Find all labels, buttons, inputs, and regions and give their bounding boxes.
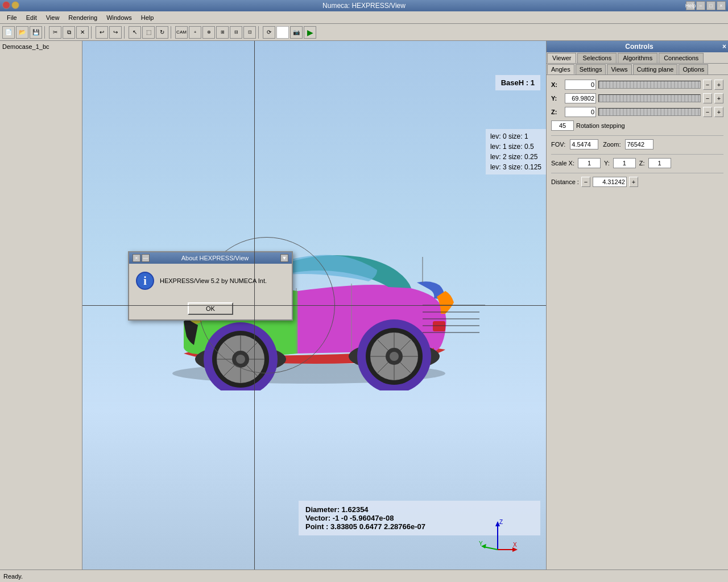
zoom-input[interactable] [625, 139, 653, 149]
tab-angles[interactable]: Angles [547, 64, 574, 74]
menu-rendering[interactable]: Rendering [64, 13, 102, 22]
new-btn[interactable]: 📄 [2, 26, 15, 39]
maximize-btn[interactable]: □ [706, 1, 715, 10]
scale-z-label: Z: [639, 160, 645, 167]
viewport[interactable]: BaseH : 1 lev: 0 size: 1 lev: 1 size: 0.… [82, 41, 546, 569]
cam4-btn[interactable]: ⊞ [216, 26, 229, 39]
x-input[interactable] [565, 80, 596, 90]
axes-svg: Z X Y [478, 518, 518, 558]
undo-btn[interactable]: ↩ [96, 26, 108, 39]
help-menu[interactable]: Help [686, 1, 695, 10]
tab-cutting-plane[interactable]: Cutting plane [633, 64, 678, 74]
fov-row: FOV: Zoom: [551, 139, 723, 149]
fov-label: FOV: [551, 141, 565, 148]
z-slider[interactable] [598, 108, 701, 116]
rotate-btn[interactable]: ↻ [156, 26, 168, 39]
tab-settings[interactable]: Settings [576, 64, 606, 74]
distance-plus[interactable]: + [629, 177, 638, 187]
base-h-value: 1 [531, 78, 535, 87]
menu-view[interactable]: View [42, 13, 64, 22]
scale-z-input[interactable] [648, 158, 671, 168]
diameter-value: 1.62354 [342, 505, 369, 514]
dialog-close-x[interactable]: × [133, 254, 140, 262]
cam5-btn[interactable]: ⊟ [230, 26, 242, 39]
redo-btn[interactable]: ↪ [109, 26, 122, 39]
cam6-btn[interactable]: ⊡ [243, 26, 256, 39]
svg-line-38 [483, 547, 498, 550]
scale-row: Scale X: Y: Z: [551, 158, 723, 168]
cam3-btn[interactable]: ⊕ [202, 26, 215, 39]
z-minus[interactable]: − [703, 107, 712, 117]
white-btn[interactable] [276, 26, 289, 39]
y-plus[interactable]: + [714, 93, 723, 103]
status-text: Ready. [3, 573, 23, 580]
menu-edit[interactable]: Edit [22, 13, 42, 22]
scale-y-label: Y: [604, 160, 610, 167]
svg-text:X: X [513, 542, 517, 548]
x-plus[interactable]: + [714, 80, 723, 90]
menu-windows[interactable]: Windows [102, 13, 136, 22]
window-controls-right[interactable]: Help − □ × [686, 1, 726, 10]
open-btn[interactable]: 📂 [16, 26, 28, 39]
scale-x-input[interactable] [578, 158, 601, 168]
tab-selections[interactable]: Selections [577, 53, 617, 63]
cut-btn[interactable]: ✂ [49, 26, 61, 39]
v-crosshair [254, 41, 255, 569]
rotation-label: Rotation stepping [576, 122, 625, 129]
menu-file[interactable]: File [2, 13, 22, 22]
lev0-value: 1 [524, 132, 528, 140]
box-select-btn[interactable]: ⬚ [142, 26, 155, 39]
fov-input[interactable] [570, 139, 598, 149]
lev0-label: lev: 0 size: [490, 132, 523, 140]
cam2-btn[interactable]: + [189, 26, 201, 39]
y-row: Y: − + [551, 93, 723, 103]
tab-algorithms[interactable]: Algorithms [618, 53, 657, 63]
cam1-btn[interactable]: CAM [175, 26, 188, 39]
window-controls-left[interactable] [2, 1, 19, 9]
select-btn[interactable]: ↖ [129, 26, 141, 39]
minimize-button[interactable] [11, 1, 19, 9]
diameter-label: Diameter: [305, 505, 340, 514]
tab-viewer[interactable]: Viewer [547, 53, 576, 63]
x-label: X: [551, 81, 562, 88]
tab-views[interactable]: Views [607, 64, 631, 74]
tab-connections[interactable]: Connections [659, 53, 704, 63]
close-button[interactable] [2, 1, 10, 9]
rotation-input[interactable] [551, 120, 574, 131]
controls-close-icon[interactable]: × [722, 43, 726, 51]
z-input[interactable] [565, 107, 596, 117]
dialog-min[interactable]: — [142, 254, 150, 262]
copy-btn[interactable]: ⧉ [63, 26, 75, 39]
vector-value: -1 -0 -5.96047e-08 [333, 514, 394, 522]
distance-minus[interactable]: − [581, 177, 590, 187]
svg-text:Z: Z [499, 519, 503, 525]
y-minus[interactable]: − [703, 93, 712, 103]
about-dialog: × — About HEXPRESS/View ▼ i HEXPRESS/Vie… [128, 251, 293, 321]
controls-title: Controls [625, 43, 653, 51]
ok-button[interactable]: OK [188, 302, 233, 315]
x-minus[interactable]: − [703, 80, 712, 90]
play-btn[interactable]: ▶ [304, 26, 316, 39]
sep2 [91, 26, 93, 39]
dialog-dropdown[interactable]: ▼ [280, 254, 288, 262]
lev2-line: lev: 2 size: 0.25 [490, 152, 541, 162]
minimize-btn[interactable]: − [696, 1, 705, 10]
close-btn[interactable]: × [717, 1, 726, 10]
svg-marker-36 [512, 547, 518, 552]
tab-options[interactable]: Options [679, 64, 708, 74]
dialog-title-left[interactable]: × — [133, 254, 150, 262]
distance-input[interactable] [593, 177, 627, 187]
screenshot-btn[interactable]: 📷 [290, 26, 303, 39]
refresh-btn[interactable]: ⟳ [263, 26, 275, 39]
menu-help[interactable]: Help [136, 13, 159, 22]
x-slider[interactable] [598, 81, 701, 89]
save-btn[interactable]: 💾 [30, 26, 42, 39]
y-slider[interactable] [598, 94, 701, 102]
delete-btn[interactable]: ✕ [76, 26, 89, 39]
dialog-body: i HEXPRESS/View 5.2 by NUMECA Int. [129, 264, 292, 298]
lev3-label: lev: 3 size: [490, 163, 523, 171]
scale-y-input[interactable] [613, 158, 636, 168]
y-input[interactable] [565, 93, 596, 103]
z-plus[interactable]: + [714, 107, 723, 117]
dialog-message: HEXPRESS/View 5.2 by NUMECA Int. [160, 277, 267, 284]
